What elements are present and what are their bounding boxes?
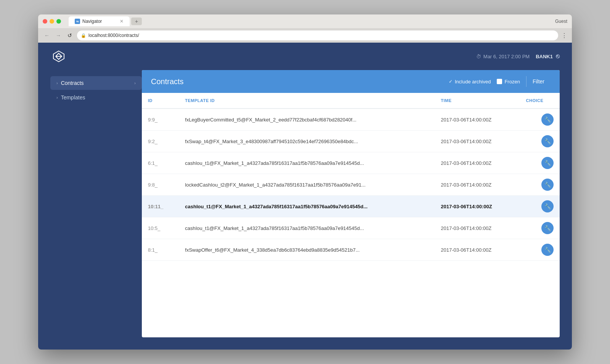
cell-choice[interactable]: 🔧: [520, 196, 560, 217]
contracts-table-container: ID TEMPLATE ID TIME CHOICE 9:9_fxLegBuye…: [142, 93, 560, 337]
cell-choice[interactable]: 🔧: [520, 239, 560, 261]
cell-template-id: cashIou_t1@FX_Market_1_a4327ada785f16317…: [179, 152, 435, 174]
contracts-controls: ✓ Include archived Frozen Filter: [449, 76, 551, 87]
frozen-control[interactable]: Frozen: [497, 79, 520, 85]
header-user: BANK1 ⎋: [536, 53, 560, 60]
minimize-button[interactable]: [50, 19, 54, 24]
table-row[interactable]: 6:1_cashIou_t1@FX_Market_1_a4327ada785f1…: [142, 152, 560, 174]
table-row[interactable]: 9:8_lockedCashIou_t2@FX_Market_1_a4327ad…: [142, 174, 560, 196]
cell-time: 2017-03-06T14:00:00Z: [435, 152, 520, 174]
contracts-header: Contracts ✓ Include archived Frozen Filt…: [142, 70, 560, 93]
tab-bar: ⇆ Navigator ✕ +: [69, 16, 552, 26]
wrench-button[interactable]: 🔧: [541, 200, 554, 212]
table-header-row: ID TEMPLATE ID TIME CHOICE: [142, 93, 560, 109]
table-row[interactable]: 10:5_cashIou_t1@FX_Market_1_a4327ada785f…: [142, 217, 560, 239]
back-button[interactable]: ←: [43, 31, 51, 40]
app-main: › Contracts › › Templates Contracts: [38, 70, 572, 350]
cell-template-id: cashIou_t1@FX_Market_1_a4327ada785f16317…: [179, 217, 435, 239]
forward-button[interactable]: →: [54, 31, 63, 40]
sidebar-item-contracts[interactable]: › Contracts ›: [50, 76, 142, 90]
cell-id: 8:1_: [142, 239, 179, 261]
sidebar-item-label: Contracts: [61, 80, 84, 86]
cell-choice[interactable]: 🔧: [520, 217, 560, 239]
cell-time: 2017-03-06T14:00:00Z: [435, 131, 520, 152]
cell-time: 2017-03-06T14:00:00Z: [435, 196, 520, 217]
app-window: ⏱ Mar 6, 2017 2:00 PM BANK1 ⎋ › Contract…: [38, 43, 572, 350]
tab-favicon: ⇆: [75, 19, 80, 24]
col-header-id: ID: [142, 93, 179, 109]
cell-template-id: cashIou_t1@FX_Market_1_a4327ada785f16317…: [179, 196, 435, 217]
frozen-checkbox[interactable]: [497, 79, 502, 84]
wrench-button[interactable]: 🔧: [541, 135, 554, 147]
cell-id: 10:5_: [142, 217, 179, 239]
wrench-button[interactable]: 🔧: [541, 222, 554, 234]
url-display: localhost:8000/contracts/: [88, 33, 139, 38]
address-bar[interactable]: 🔒 localhost:8000/contracts/: [77, 30, 558, 40]
security-icon: 🔒: [81, 33, 86, 38]
username-label: BANK1: [536, 54, 553, 59]
table-row[interactable]: 9:9_fxLegBuyerCommitted_t5@FX_Market_2_e…: [142, 109, 560, 131]
include-archived-control[interactable]: ✓ Include archived: [449, 79, 491, 85]
app-logo: [50, 48, 67, 65]
expand-icon: ›: [134, 81, 136, 85]
contracts-table: ID TEMPLATE ID TIME CHOICE 9:9_fxLegBuye…: [142, 93, 560, 261]
tab-close-button[interactable]: ✕: [120, 19, 124, 24]
browser-guest-label: Guest: [555, 19, 567, 24]
header-datetime: ⏱ Mar 6, 2017 2:00 PM: [476, 54, 530, 59]
wrench-button[interactable]: 🔧: [541, 244, 554, 256]
cell-template-id: fxSwap_t4@FX_Market_3_e48300987aff794510…: [179, 131, 435, 152]
browser-menu-button[interactable]: ⋮: [561, 32, 567, 39]
table-row[interactable]: 9:2_fxSwap_t4@FX_Market_3_e48300987aff79…: [142, 131, 560, 152]
traffic-lights: [43, 19, 61, 24]
cell-id: 9:2_: [142, 131, 179, 152]
tab-label: Navigator: [82, 19, 102, 24]
cell-id: 10:11_: [142, 196, 179, 217]
col-header-template-id: TEMPLATE ID: [179, 93, 435, 109]
cell-time: 2017-03-06T14:00:00Z: [435, 174, 520, 196]
datetime-text: Mar 6, 2017 2:00 PM: [483, 54, 530, 59]
new-tab-button[interactable]: +: [131, 18, 142, 25]
browser-toolbar: ← → ↺ 🔒 localhost:8000/contracts/ ⋮: [38, 28, 572, 43]
sidebar-item-templates[interactable]: › Templates: [50, 91, 142, 104]
cell-template-id: fxSwapOffer_t6@FX_Market_4_338d5ea7db6c8…: [179, 239, 435, 261]
wrench-button[interactable]: 🔧: [541, 179, 554, 191]
table-row[interactable]: 8:1_fxSwapOffer_t6@FX_Market_4_338d5ea7d…: [142, 239, 560, 261]
contracts-title: Contracts: [151, 77, 184, 86]
cell-choice[interactable]: 🔧: [520, 152, 560, 174]
browser-titlebar: ⇆ Navigator ✕ + Guest: [38, 14, 572, 28]
cell-template-id: lockedCashIou_t2@FX_Market_1_a4327ada785…: [179, 174, 435, 196]
sidebar-item-label-2: Templates: [61, 94, 85, 101]
cell-time: 2017-03-06T14:00:00Z: [435, 217, 520, 239]
clock-icon: ⏱: [476, 54, 481, 59]
filter-button[interactable]: Filter: [526, 76, 551, 87]
cell-id: 9:8_: [142, 174, 179, 196]
content-area: Contracts ✓ Include archived Frozen Filt…: [142, 70, 560, 337]
logout-icon[interactable]: ⎋: [556, 53, 560, 60]
header-right: ⏱ Mar 6, 2017 2:00 PM BANK1 ⎋: [476, 53, 560, 60]
cell-time: 2017-03-06T14:00:00Z: [435, 239, 520, 261]
close-button[interactable]: [43, 19, 47, 24]
app-header: ⏱ Mar 6, 2017 2:00 PM BANK1 ⎋: [38, 43, 572, 70]
col-header-choice: CHOICE: [520, 93, 560, 109]
wrench-button[interactable]: 🔧: [541, 113, 554, 126]
chevron-right-icon: ›: [56, 81, 58, 85]
cell-choice[interactable]: 🔧: [520, 131, 560, 152]
maximize-button[interactable]: [56, 19, 61, 24]
checkmark-icon: ✓: [449, 79, 453, 84]
wrench-button[interactable]: 🔧: [541, 157, 554, 169]
include-archived-label: Include archived: [455, 79, 491, 85]
frozen-label: Frozen: [504, 79, 520, 85]
cell-time: 2017-03-06T14:00:00Z: [435, 109, 520, 131]
cell-id: 6:1_: [142, 152, 179, 174]
reload-button[interactable]: ↺: [66, 31, 74, 40]
browser-window: ⇆ Navigator ✕ + Guest ← → ↺ 🔒 localhost:…: [38, 14, 572, 350]
cell-choice[interactable]: 🔧: [520, 174, 560, 196]
browser-tab[interactable]: ⇆ Navigator ✕: [69, 16, 130, 26]
table-row[interactable]: 10:11_cashIou_t1@FX_Market_1_a4327ada785…: [142, 196, 560, 217]
cell-id: 9:9_: [142, 109, 179, 131]
chevron-right-icon-2: ›: [56, 95, 58, 100]
cell-template-id: fxLegBuyerCommitted_t5@FX_Market_2_eedd7…: [179, 109, 435, 131]
cell-choice[interactable]: 🔧: [520, 109, 560, 131]
sidebar: › Contracts › › Templates: [50, 70, 142, 337]
col-header-time: TIME: [435, 93, 520, 109]
